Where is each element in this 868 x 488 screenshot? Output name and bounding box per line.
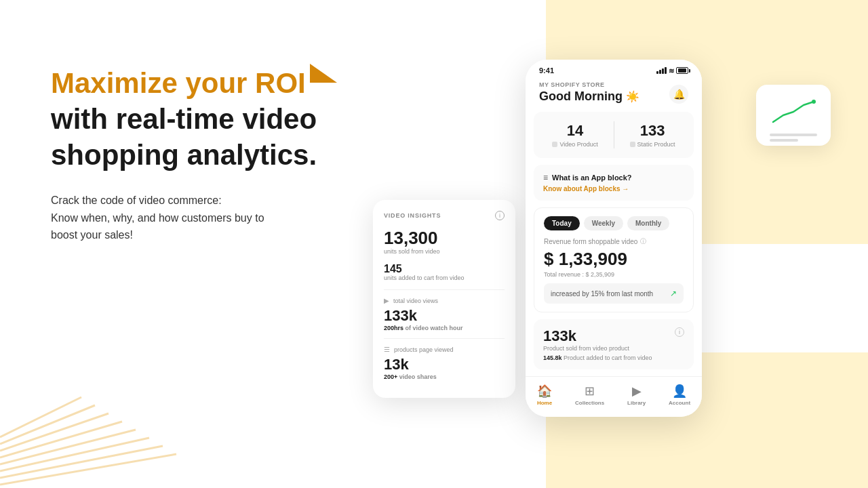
revenue-section: Today Weekly Monthly Revenue form shoppa… [534,207,694,312]
menu-icon: ≡ [543,173,548,182]
chart-area [770,98,817,132]
bottom-stat-number: 133k [543,327,652,345]
svg-line-4 [0,422,122,458]
headline-black: with real-time videoshopping analytics. [51,102,376,173]
decorative-lines [0,366,203,488]
signal-icon [656,67,667,74]
video-watch-hour: 200hrs of video watch hour [384,325,505,331]
svg-point-8 [812,100,816,104]
gold-triangle-accent [310,64,337,83]
revenue-info-icon: ⓘ [640,237,646,246]
svg-line-6 [0,405,95,444]
stat-static-label: Static Product [630,141,675,148]
products-label: products page viewed [394,346,454,353]
card-label: VIDEO INSIGHTS [384,212,441,219]
nav-home[interactable]: 🏠 Home [537,384,552,406]
left-content: Maximize your ROI with real-time videosh… [51,68,376,244]
tab-weekly[interactable]: Weekly [584,216,623,230]
stat-video-product: 14 Video Product [552,122,597,148]
stat-video-number: 14 [552,122,597,140]
app-block-card: ≡ What is an App block? Know about App b… [534,165,694,201]
video-views-label: total video views [393,298,438,304]
home-icon: 🏠 [537,384,552,399]
info-icon[interactable]: i [495,211,505,220]
stats-card: 14 Video Product 133 Static Product [534,112,694,158]
chart-line-2 [770,139,798,142]
nav-library-label: Library [627,400,646,406]
stat-divider [614,121,614,148]
nav-library[interactable]: ▶ Library [627,384,646,406]
video-insights-card: VIDEO INSIGHTS i 13,300 units sold from … [373,200,515,398]
status-bar: 9:41 ≋ [526,60,702,79]
nav-account[interactable]: 👤 Account [669,384,690,406]
bottom-stats: 133k Product sold from video product 145… [534,319,694,369]
bell-icon[interactable]: 🔔 [669,85,688,104]
library-icon: ▶ [632,384,642,399]
stat-dot-video [552,142,557,147]
phone-header: MY SHOPIFY STORE Good Morning ☀️ 🔔 [526,79,702,112]
revenue-amount: $ 1,33,909 [544,249,684,270]
nav-collections-label: Collections [575,400,604,406]
product-icon: ☰ [384,346,390,353]
play-icon: ▶ [384,297,389,304]
wifi-icon: ≋ [669,67,674,75]
stat-static-number: 133 [630,122,675,140]
stat-dot-static [630,142,635,147]
headline-gold: Maximize your ROI [51,68,376,99]
tab-today[interactable]: Today [544,216,580,230]
divider-2 [384,338,505,339]
bottom-info-icon[interactable]: i [675,327,684,337]
store-name: MY SHOPIFY STORE [539,81,639,88]
main-phone: 9:41 ≋ MY SHOPIFY STORE Good Morning ☀️ … [526,60,702,417]
revenue-increase: increased by 15% from last month ↗ [544,283,684,304]
chart-card [756,85,831,146]
header-left: MY SHOPIFY STORE Good Morning ☀️ [539,81,639,104]
metric-units-cart: 145 [384,263,505,275]
svg-line-5 [0,413,108,451]
nav-collections[interactable]: ⊞ Collections [575,384,604,406]
video-views-row: ▶ total video views [384,297,505,304]
svg-line-7 [0,397,81,437]
revenue-total: Total revenue : $ 2,35,909 [544,271,684,278]
greeting: Good Morning ☀️ [539,89,639,104]
app-block-link[interactable]: Know about App blocks → [543,185,684,192]
metric-units-sold: 13,300 [384,228,505,248]
tab-row: Today Weekly Monthly [544,216,684,230]
card-header: VIDEO INSIGHTS i [384,211,505,220]
products-row: ☰ products page viewed [384,346,505,353]
chart-line-1 [770,134,817,136]
nav-home-label: Home [537,400,552,406]
metric-units-sold-label: units sold from video [384,248,505,255]
status-time: 9:41 [539,66,554,75]
greeting-emoji: ☀️ [626,91,639,102]
battery-icon [676,67,688,74]
bottom-nav: 🏠 Home ⊞ Collections ▶ Library 👤 Account [526,376,702,417]
account-icon: 👤 [672,384,687,399]
nav-account-label: Account [669,400,690,406]
status-icons: ≋ [656,67,688,75]
stat-static-product: 133 Static Product [630,122,675,148]
app-block-title: ≡ What is an App block? [543,173,684,182]
metric-products: 13k [384,356,505,373]
bottom-stat-left: 133k Product sold from video product 145… [543,327,652,361]
bottom-stat-sub: 145.8k Product added to cart from video [543,354,652,361]
metric-video-views: 133k [384,307,505,325]
increase-arrow-icon: ↗ [670,289,677,298]
revenue-label: Revenue form shoppable video ⓘ [544,237,684,246]
tab-monthly[interactable]: Monthly [627,216,669,230]
metric-units-cart-label: units added to cart from video [384,274,505,281]
video-shares: 200+ video shares [384,373,505,380]
divider-1 [384,289,505,290]
svg-line-0 [0,454,176,485]
subtext: Crack the code of video commerce: Know w… [51,192,376,244]
collections-icon: ⊞ [585,384,595,399]
bottom-stat-label: Product sold from video product [543,345,652,352]
stat-video-label: Video Product [552,141,597,148]
